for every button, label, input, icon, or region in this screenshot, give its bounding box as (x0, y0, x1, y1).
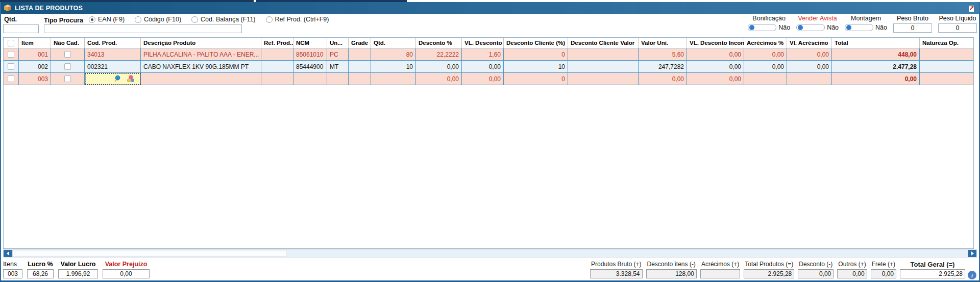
row-select-cell[interactable] (4, 61, 19, 73)
column-header: Cod. Prod. (85, 38, 141, 48)
total-value: 0,00 (871, 269, 896, 278)
total-label: Acrécimos (+) (700, 261, 740, 268)
info-icon[interactable]: i (968, 271, 976, 279)
grid-cell[interactable]: 0 (504, 48, 568, 61)
grid-cell[interactable]: 0,00 (462, 73, 504, 85)
grid-cell[interactable] (787, 73, 832, 85)
grid-cell[interactable]: 0,00 (744, 61, 787, 73)
grid-cell[interactable]: 2.477,28 (832, 61, 920, 73)
scroll-right-arrow[interactable] (968, 250, 976, 257)
peso-liquido-input[interactable] (938, 23, 977, 33)
grid-cell[interactable]: 001 (19, 48, 51, 61)
itens-label: Itens (3, 261, 22, 268)
grid-cell[interactable] (371, 73, 416, 85)
nao-cad-checkbox[interactable] (64, 63, 71, 70)
grid-cell[interactable]: CABO NAXFLEX 1KV 90G.185MM PT (141, 61, 261, 73)
radio-option[interactable]: Cód. Balança (F11) (191, 16, 255, 23)
search-icon[interactable] (113, 74, 122, 83)
grid-cell[interactable] (920, 48, 974, 61)
grid-cell[interactable]: 5,60 (639, 48, 687, 61)
grid-cell[interactable]: 10 (371, 61, 416, 73)
grid-cell[interactable]: 002 (19, 61, 51, 73)
itens-value: 003 (3, 269, 22, 278)
grid-cell[interactable] (261, 61, 293, 73)
grid-cell[interactable] (349, 73, 371, 85)
valor-lucro-value: 1.996,92 (58, 269, 98, 278)
grid-cell[interactable]: 247,7282 (639, 61, 687, 73)
grid-cell[interactable]: 0,00 (787, 48, 832, 61)
grid-cell[interactable] (261, 48, 293, 61)
grid-cell[interactable]: 0 (504, 73, 568, 85)
radio-option[interactable]: EAN (F9) (89, 16, 125, 23)
radio-option[interactable]: Código (F10) (135, 16, 181, 23)
grid-cell[interactable] (920, 61, 974, 73)
grid-cell[interactable]: 0,00 (787, 61, 832, 73)
row-select-checkbox[interactable] (8, 51, 14, 58)
grid-cell[interactable] (293, 73, 327, 85)
nao-cad-cell[interactable] (51, 73, 85, 85)
nao-cad-checkbox[interactable] (64, 51, 71, 58)
valor-lucro-label: Valor Lucro (58, 261, 98, 268)
grid-cell[interactable]: 0,00 (687, 48, 744, 61)
select-all-checkbox[interactable] (8, 40, 14, 46)
grid-cell[interactable]: 0,00 (744, 48, 787, 61)
detach-window-icon[interactable] (967, 4, 975, 12)
grid-cell[interactable] (349, 48, 371, 61)
grid-cell[interactable] (327, 73, 349, 85)
grid-cell[interactable]: 34013 (85, 48, 141, 61)
table-row: 00134013PILHA ALCALINA - PALITO AAA - EN… (4, 48, 974, 61)
nao-cad-checkbox[interactable] (64, 75, 71, 82)
grid-cell[interactable]: 80 (371, 48, 416, 61)
grid-cell[interactable]: 003 (19, 73, 51, 85)
grid-cell[interactable] (568, 48, 639, 61)
toggle-switch[interactable] (845, 24, 873, 31)
row-select-cell[interactable] (4, 73, 19, 85)
itens-field: Itens 003 (3, 261, 22, 278)
grid-cell[interactable]: 0,00 (832, 73, 920, 85)
grid-cell[interactable] (568, 73, 639, 85)
select-all-header[interactable] (4, 38, 19, 48)
qtd-input[interactable] (3, 24, 39, 33)
grid-cell[interactable] (141, 73, 261, 85)
row-select-checkbox[interactable] (8, 75, 14, 82)
total-field: Acrécimos (+) (700, 261, 740, 278)
grid-cell[interactable] (261, 73, 293, 85)
editing-cell[interactable] (85, 73, 141, 85)
horizontal-scrollbar[interactable] (3, 249, 977, 258)
grid-cell[interactable]: 0,00 (687, 73, 744, 85)
grid-cell[interactable] (568, 61, 639, 73)
grid-cell[interactable]: 1,60 (462, 48, 504, 61)
grid-cell[interactable]: PC (327, 48, 349, 61)
nao-cad-cell[interactable] (51, 48, 85, 61)
grid-cell[interactable]: 10 (504, 61, 568, 73)
scrollbar-thumb[interactable] (12, 250, 286, 257)
toggle-row: Não (845, 24, 887, 31)
balloons-icon[interactable] (126, 74, 135, 83)
product-search-input[interactable] (44, 24, 242, 33)
grid-cell[interactable]: PILHA ALCALINA - PALITO AAA - ENER... (141, 48, 261, 61)
grid-cell[interactable] (920, 73, 974, 85)
total-value: 0,00 (837, 269, 867, 278)
toggle-switch[interactable] (796, 24, 825, 31)
grid-cell[interactable]: 448,00 (832, 48, 920, 61)
grid-cell[interactable]: 002321 (85, 61, 141, 73)
grid-cell[interactable]: 0,00 (639, 73, 687, 85)
grid-cell[interactable]: 22,2222 (416, 48, 462, 61)
grid-cell[interactable]: 0,00 (416, 61, 462, 73)
peso-bruto-input[interactable] (893, 23, 932, 33)
grid-cell[interactable]: MT (327, 61, 349, 73)
lucro-pct-field: Lucro % 68,26 (27, 261, 54, 278)
grid-cell[interactable]: 85061010 (293, 48, 327, 61)
scroll-left-arrow[interactable] (4, 250, 12, 257)
grid-cell[interactable]: 0,00 (687, 61, 744, 73)
nao-cad-cell[interactable] (51, 61, 85, 73)
toggle-switch[interactable] (748, 24, 776, 31)
grid-cell[interactable] (744, 73, 787, 85)
grid-cell[interactable]: 0,00 (462, 61, 504, 73)
row-select-checkbox[interactable] (8, 63, 14, 70)
row-select-cell[interactable] (4, 48, 19, 61)
grid-cell[interactable] (349, 61, 371, 73)
grid-cell[interactable]: 0,00 (416, 73, 462, 85)
grid-cell[interactable]: 85444900 (293, 61, 327, 73)
radio-option[interactable]: Ref Prod. (Ctrl+F9) (266, 16, 329, 23)
